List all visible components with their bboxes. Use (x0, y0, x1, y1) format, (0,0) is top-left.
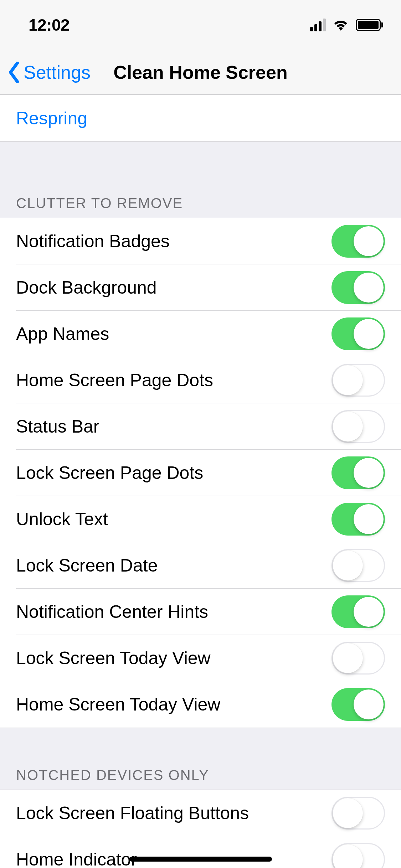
toggle-knob (354, 226, 384, 256)
settings-group: Notification BadgesDock BackgroundApp Na… (0, 218, 401, 728)
settings-row: Home Screen Today View (0, 681, 401, 728)
battery-icon (356, 19, 383, 31)
toggle-knob (354, 458, 384, 488)
settings-row-label: Home Indicator (16, 849, 137, 868)
settings-row-label: Notification Center Hints (16, 601, 208, 622)
toggle-knob (354, 597, 384, 627)
settings-row-label: Unlock Text (16, 509, 108, 529)
respring-label: Respring (16, 108, 87, 129)
nav-bar: Settings Clean Home Screen (0, 50, 401, 95)
settings-row-label: Home Screen Today View (16, 694, 220, 715)
status-bar: 12:02 (0, 0, 401, 50)
settings-row-label: Notification Badges (16, 231, 170, 252)
toggle-switch[interactable] (331, 364, 385, 397)
toggle-switch[interactable] (331, 225, 385, 258)
toggle-switch[interactable] (331, 456, 385, 489)
toggle-switch[interactable] (331, 843, 385, 868)
settings-row: Dock Background (0, 264, 401, 311)
top-action-group: Respring (0, 95, 401, 142)
chevron-left-icon (7, 62, 21, 83)
toggle-knob (333, 798, 363, 828)
toggle-knob (354, 319, 384, 349)
toggle-switch[interactable] (331, 642, 385, 675)
settings-row-label: Status Bar (16, 416, 99, 437)
toggle-switch[interactable] (331, 797, 385, 830)
settings-row-label: Lock Screen Date (16, 555, 158, 576)
toggle-switch[interactable] (331, 549, 385, 582)
settings-row-label: Home Screen Page Dots (16, 370, 213, 391)
toggle-switch[interactable] (331, 410, 385, 443)
settings-row-label: Dock Background (16, 277, 157, 298)
toggle-switch[interactable] (331, 317, 385, 350)
toggle-knob (333, 643, 363, 673)
respring-button[interactable]: Respring (0, 95, 401, 141)
status-time: 12:02 (29, 15, 70, 35)
settings-row: App Names (0, 311, 401, 357)
settings-row-label: Lock Screen Floating Buttons (16, 803, 249, 823)
toggle-knob (333, 412, 363, 441)
toggle-switch[interactable] (331, 271, 385, 304)
toggle-switch[interactable] (331, 503, 385, 536)
back-label: Settings (24, 62, 91, 83)
settings-row: Notification Badges (0, 218, 401, 264)
settings-row: Lock Screen Today View (0, 635, 401, 681)
settings-row: Lock Screen Page Dots (0, 450, 401, 496)
toggle-knob (354, 504, 384, 534)
toggle-knob (354, 689, 384, 719)
settings-row: Home Screen Page Dots (0, 357, 401, 403)
settings-row: Status Bar (0, 403, 401, 450)
settings-row-label: Lock Screen Page Dots (16, 463, 203, 483)
toggle-knob (333, 844, 363, 868)
content-scroll[interactable]: Respring CLUTTER TO REMOVENotification B… (0, 95, 401, 868)
toggle-switch[interactable] (331, 688, 385, 721)
cellular-icon (310, 19, 326, 31)
back-button[interactable]: Settings (7, 62, 91, 83)
settings-row-label: Lock Screen Today View (16, 648, 211, 668)
settings-row: Lock Screen Date (0, 542, 401, 589)
section-header: NOTCHED DEVICES ONLY (0, 756, 401, 790)
section-header: CLUTTER TO REMOVE (0, 185, 401, 218)
settings-group: Lock Screen Floating ButtonsHome Indicat… (0, 790, 401, 868)
settings-row: Home Indicator (0, 836, 401, 868)
toggle-knob (333, 365, 363, 395)
settings-row: Notification Center Hints (0, 589, 401, 635)
home-indicator-bar[interactable] (129, 857, 272, 862)
settings-row: Unlock Text (0, 496, 401, 542)
toggle-switch[interactable] (331, 595, 385, 628)
toggle-knob (354, 273, 384, 303)
settings-row: Lock Screen Floating Buttons (0, 790, 401, 836)
settings-row-label: App Names (16, 324, 109, 344)
toggle-knob (333, 551, 363, 580)
status-indicators (310, 18, 383, 32)
wifi-icon (332, 18, 349, 32)
